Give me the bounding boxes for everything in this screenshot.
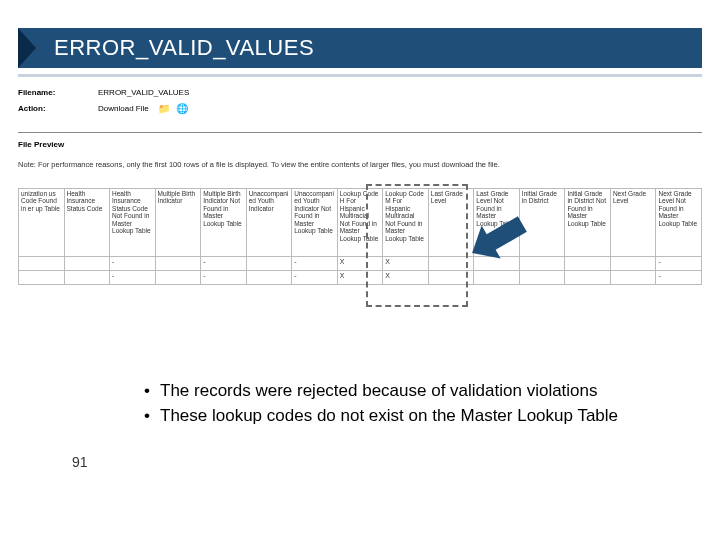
column-header: Last Grade Level <box>428 189 474 257</box>
table-cell: - <box>292 271 338 285</box>
action-row: Action: Download File 📁 🌐 <box>18 101 189 115</box>
table-cell: - <box>110 257 156 271</box>
table-cell: X <box>337 271 383 285</box>
column-header: Multiple Birth Indicator <box>155 189 201 257</box>
column-header: Lookup Code M For Hispanic Multiracial N… <box>383 189 429 257</box>
slide-title: ERROR_VALID_VALUES <box>54 35 314 61</box>
column-header: Unaccompanied Youth Indicator Not Found … <box>292 189 338 257</box>
column-header: Last Grade Level Not Found in Master Loo… <box>474 189 520 257</box>
action-label: Action: <box>18 104 98 113</box>
table-row: ---XX- <box>19 257 702 271</box>
bullet-item: The records were rejected because of val… <box>140 380 660 403</box>
table-cell: - <box>656 271 702 285</box>
table-cell <box>19 271 65 285</box>
column-header: Multiple Birth Indicator Not Found in Ma… <box>201 189 247 257</box>
note-text: Note: For performance reasons, only the … <box>18 160 702 169</box>
column-header: Next Grade Level Not Found in Master Loo… <box>656 189 702 257</box>
table-cell <box>610 271 656 285</box>
column-header: Initial Grade in District <box>519 189 565 257</box>
column-header: Health Insurance Status Code <box>64 189 110 257</box>
folder-icon[interactable]: 📁 <box>157 101 171 115</box>
column-header: Next Grade Level <box>610 189 656 257</box>
title-wedge-icon <box>18 28 36 68</box>
table-cell <box>519 257 565 271</box>
table-cell: - <box>110 271 156 285</box>
section-divider <box>18 132 702 133</box>
table-row: ---XX- <box>19 271 702 285</box>
globe-icon[interactable]: 🌐 <box>175 101 189 115</box>
column-header: Unaccompanied Youth Indicator <box>246 189 292 257</box>
bullet-list: The records were rejected because of val… <box>140 380 660 430</box>
title-bar: ERROR_VALID_VALUES <box>18 28 702 68</box>
table-cell: - <box>292 257 338 271</box>
table-cell <box>246 257 292 271</box>
file-detail-area: Filename: ERROR_VALID_VALUES Action: Dow… <box>18 88 189 119</box>
filename-row: Filename: ERROR_VALID_VALUES <box>18 88 189 97</box>
filename-label: Filename: <box>18 88 98 97</box>
bullet-item: These lookup codes do not exist on the M… <box>140 405 660 428</box>
column-header: Health Insurance Status Code Not Found i… <box>110 189 156 257</box>
table-cell: - <box>201 257 247 271</box>
action-value: Download File <box>98 104 149 113</box>
table-cell <box>19 257 65 271</box>
table-cell <box>474 257 520 271</box>
table-cell <box>246 271 292 285</box>
table-cell <box>64 257 110 271</box>
filename-value: ERROR_VALID_VALUES <box>98 88 189 97</box>
table-cell <box>155 271 201 285</box>
file-preview-label: File Preview <box>18 140 64 149</box>
table-cell <box>565 271 611 285</box>
table-cell <box>155 257 201 271</box>
table-cell: X <box>383 257 429 271</box>
table-cell <box>519 271 565 285</box>
column-header: Lookup Code H For Hispanic Multiracial N… <box>337 189 383 257</box>
table-cell <box>428 257 474 271</box>
title-underline <box>18 74 702 77</box>
table-cell <box>64 271 110 285</box>
table-cell <box>610 257 656 271</box>
table-cell <box>474 271 520 285</box>
table-cell: - <box>656 257 702 271</box>
column-header: unization us Code Found in er up Table <box>19 189 65 257</box>
table-cell: X <box>383 271 429 285</box>
preview-table: unization us Code Found in er up TableHe… <box>18 188 702 285</box>
page-number: 91 <box>72 454 88 470</box>
table-cell <box>428 271 474 285</box>
table-cell: - <box>201 271 247 285</box>
column-header: Initial Grade in District Not Found in M… <box>565 189 611 257</box>
table-cell: X <box>337 257 383 271</box>
table-cell <box>565 257 611 271</box>
